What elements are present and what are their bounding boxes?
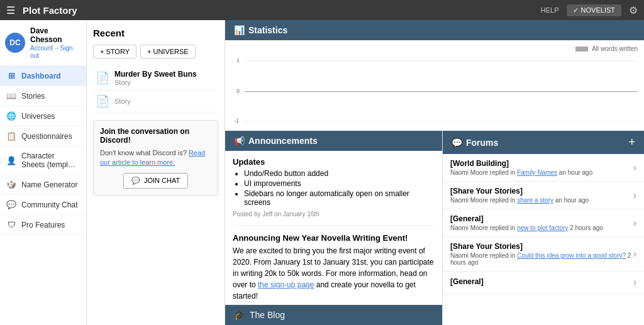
announcement-body: We are excited to bring you the first ma… [233,245,435,302]
nav-label-name-generator: Name Generator [21,180,77,189]
announcement-link[interactable]: the sign-up page [258,280,314,289]
announcements-panel: 📢 Announcements UpdatesUndo/Redo button … [225,131,443,325]
discord-box: Join the conversation on Discord! Don't … [93,120,218,196]
novelist-label: NOVELIST [581,6,615,14]
announcement-posted: Posted by Jeff on January 16th [233,211,435,218]
nav-label-character-sheets: Character Sheets (templ… [21,151,80,169]
forum-item[interactable]: [General] › [443,272,644,294]
announcement-item: UpdatesUndo/Redo button addedUI improvem… [233,157,435,226]
bottom-panels: 📢 Announcements UpdatesUndo/Redo button … [225,131,644,325]
sidebar-item-dashboard[interactable]: ⊞Dashboard [0,66,86,86]
story-icon: 📄 [96,71,109,85]
nav-right: HELP ✓ NOVELIST ⚙ [541,4,638,16]
forum-item-sub: Naomi Moore replied in Family Names an h… [450,169,633,176]
legend-label: All words written [592,45,638,52]
join-chat-label: JOIN CHAT [144,177,180,184]
statistics-header: 📊 Statistics [225,20,644,40]
announcement-bullet: Sidebars no longer automatically open on… [244,189,435,207]
add-forum-button[interactable]: + [628,136,635,149]
right-area: 📊 Statistics All words written 1 0 -1 [225,20,644,325]
add-story-button[interactable]: + STORY [93,45,136,58]
forums-heading: 💬 Forums [452,138,498,148]
arrow-icon: › [633,277,636,288]
recent-heading: Recent [93,28,218,38]
recent-item-info: Murder By Sweet Buns Story [114,70,197,86]
sidebar-item-name-generator[interactable]: 🎲Name Generator [0,175,86,195]
announcement-bullet: UI improvements [244,179,435,188]
announcements-header: 📢 Announcements [225,131,442,151]
forum-item-title: [World Building] [450,159,633,168]
legend-box [575,47,588,52]
help-link[interactable]: HELP [541,6,559,14]
recent-item-title: Murder By Sweet Buns [114,70,197,79]
forum-item-title: [Share Your Stories] [450,242,633,251]
forum-item[interactable]: [Share Your Stories] Naomi Moore replied… [443,182,644,209]
svg-text:-1: -1 [234,117,238,124]
forum-item[interactable]: [General] Naomi Moore replied in new to … [443,209,644,237]
nav-icon-character-sheets: 👤 [6,156,16,165]
body-wrap: DC Dave Chesson Account – Sign out ⊞Dash… [0,20,644,325]
nav-label-community-chat: Community Chat [21,201,77,209]
discord-heading: Join the conversation on Discord! [100,127,211,145]
forum-item-title: [General] [450,214,633,223]
announcements-content: UpdatesUndo/Redo button addedUI improvem… [225,151,442,305]
forum-item-sub: Naomi Moore replied in Could this idea g… [450,252,633,266]
sidebar-user: DC Dave Chesson Account – Sign out [0,20,86,66]
svg-text:0: 0 [236,88,240,95]
nav-icon-name-generator: 🎲 [6,180,16,189]
forum-item[interactable]: [Share Your Stories] Naomi Moore replied… [443,237,644,272]
nav-icon-community-chat: 💬 [6,200,16,209]
forum-item[interactable]: [World Building] Naomi Moore replied in … [443,154,644,182]
forum-topic-link[interactable]: Could this idea grow into a good story? [517,252,626,259]
username: Dave Chesson [30,26,81,44]
hamburger-icon[interactable]: ☰ [6,4,15,16]
sidebar-item-community-chat[interactable]: 💬Community Chat [0,195,86,215]
announcements-heading: 📢 Announcements [234,136,318,146]
sidebar-item-universes[interactable]: 🌐Universes [0,106,86,126]
nav-icon-dashboard: ⊞ [6,71,16,80]
blog-strip: 🎓 The Blog [225,305,442,325]
forum-item-title: [General] [450,277,633,286]
nav-label-dashboard: Dashboard [21,72,61,80]
forum-item-content: [General] [450,277,633,287]
recent-actions: + STORY + UNIVERSE [93,45,218,58]
novelist-button[interactable]: ✓ NOVELIST [567,4,621,16]
forum-topic-link[interactable]: share a story [517,197,553,204]
statistics-chart: 1 0 -1 3/21 3/22 3/23 3/24 3/25 3/26 [231,55,638,124]
recent-panel: Recent + STORY + UNIVERSE 📄 Murder By Sw… [87,20,225,325]
forum-topic-link[interactable]: new to plot factory [517,224,568,231]
arrow-icon: › [633,218,636,229]
forums-header: 💬 Forums + [443,131,644,154]
nav-icon-pro-features: 🛡 [6,220,16,229]
arrow-icon: › [633,162,636,174]
settings-icon[interactable]: ⚙ [629,4,638,16]
announcements-icon: 📢 [234,136,245,146]
sidebar-item-character-sheets[interactable]: 👤Character Sheets (templ… [0,146,86,175]
statistics-heading: 📊 Statistics [234,25,635,35]
recent-list: 📄 Murder By Sweet Buns Story 📄 Story [93,66,218,113]
user-info: Dave Chesson Account – Sign out [30,26,81,59]
sidebar-item-questionnaires[interactable]: 📋Questionnaires [0,126,86,146]
check-icon: ✓ [573,6,579,14]
nav-icon-universes: 🌐 [6,111,16,121]
recent-item[interactable]: 📄 Story [93,91,218,113]
join-chat-button[interactable]: 💬 JOIN CHAT [123,173,188,189]
forums-icon: 💬 [452,138,462,148]
recent-item-subtitle: Story [114,97,131,105]
forum-topic-link[interactable]: Family Names [517,169,557,176]
chat-icon: 💬 [131,177,140,185]
nav-icon-questionnaires: 📋 [6,131,16,141]
recent-item[interactable]: 📄 Murder By Sweet Buns Story [93,66,218,91]
announcement-item: Announcing New Year Novella Writing Even… [233,233,435,305]
blog-heading: The Blog [250,310,285,320]
add-universe-button[interactable]: + UNIVERSE [140,45,196,58]
app-title: Plot Factory [23,5,541,16]
announcement-bullet: Undo/Redo button added [244,169,435,178]
forum-item-title: [Share Your Stories] [450,187,633,196]
sidebar-item-pro-features[interactable]: 🛡Pro Features [0,215,86,235]
sidebar-item-stories[interactable]: 📖Stories [0,86,86,106]
forum-item-content: [General] Naomi Moore replied in new to … [450,214,633,231]
top-nav: ☰ Plot Factory HELP ✓ NOVELIST ⚙ [0,0,644,20]
forum-item-content: [Share Your Stories] Naomi Moore replied… [450,187,633,204]
account-link[interactable]: Account [30,45,53,52]
